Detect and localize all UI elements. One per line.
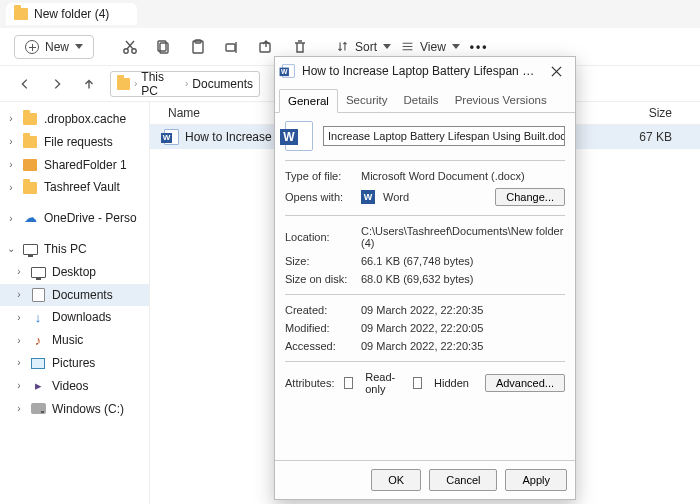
filename-input[interactable]: Increase Laptop Battery Lifespan Using B… xyxy=(323,126,565,146)
hidden-checkbox[interactable] xyxy=(413,377,422,389)
word-file-icon xyxy=(285,121,313,151)
picture-icon xyxy=(31,358,45,369)
type-label: Type of file: xyxy=(285,170,353,182)
dialog-title: How to Increase Laptop Battery Lifespan … xyxy=(302,64,537,78)
new-button[interactable]: New xyxy=(14,35,94,59)
forward-button[interactable] xyxy=(46,73,68,95)
tab-title: New folder (4) xyxy=(34,7,109,21)
type-value: Microsoft Word Document (.docx) xyxy=(361,170,565,182)
readonly-checkbox[interactable] xyxy=(344,377,353,389)
chevron-down-icon xyxy=(383,44,391,49)
tab-details[interactable]: Details xyxy=(395,89,446,112)
size-on-disk-label: Size on disk: xyxy=(285,273,353,285)
cancel-button[interactable]: Cancel xyxy=(429,469,497,491)
breadcrumb[interactable]: › This PC › Documents xyxy=(110,71,260,97)
created-value: 09 March 2022, 22:20:35 xyxy=(361,304,565,316)
view-button[interactable]: View xyxy=(401,40,460,54)
copy-icon[interactable] xyxy=(154,37,174,57)
back-button[interactable] xyxy=(14,73,36,95)
tab-bar: New folder (4) xyxy=(0,0,700,28)
tree-item-windows-c[interactable]: ›Windows (C:) xyxy=(0,398,149,421)
video-icon: ▸ xyxy=(30,379,46,393)
readonly-label: Read-only xyxy=(365,371,401,395)
plus-icon xyxy=(25,40,39,54)
window-tab[interactable]: New folder (4) xyxy=(6,3,137,25)
dialog-buttons: OK Cancel Apply xyxy=(275,460,575,499)
sort-label: Sort xyxy=(355,40,377,54)
tree-item-onedrive[interactable]: ›☁OneDrive - Perso xyxy=(0,207,149,230)
up-button[interactable] xyxy=(78,73,100,95)
column-size[interactable]: Size xyxy=(570,106,700,120)
file-size: 67 KB xyxy=(570,130,700,144)
view-label: View xyxy=(420,40,446,54)
svg-point-0 xyxy=(124,48,128,52)
explorer-window: New folder (4) New Sort View xyxy=(0,0,700,504)
properties-dialog: How to Increase Laptop Battery Lifespan … xyxy=(274,56,576,500)
accessed-value: 09 March 2022, 22:20:35 xyxy=(361,340,565,352)
tree-item-file-requests[interactable]: ›File requests xyxy=(0,131,149,154)
ok-button[interactable]: OK xyxy=(371,469,421,491)
nav-tree: ›.dropbox.cache ›File requests ›SharedFo… xyxy=(0,102,150,504)
tree-item-downloads[interactable]: ›↓Downloads xyxy=(0,306,149,329)
shared-folder-icon xyxy=(23,159,37,171)
accessed-label: Accessed: xyxy=(285,340,353,352)
disk-icon xyxy=(31,403,46,414)
svg-rect-6 xyxy=(226,44,235,51)
tree-item-shared-folder[interactable]: ›SharedFolder 1 xyxy=(0,154,149,177)
more-button[interactable]: ••• xyxy=(470,40,489,54)
breadcrumb-sep: › xyxy=(134,78,137,89)
tree-item-videos[interactable]: ›▸Videos xyxy=(0,375,149,398)
delete-icon[interactable] xyxy=(290,37,310,57)
tree-item-pictures[interactable]: ›Pictures xyxy=(0,352,149,375)
tree-item-desktop[interactable]: ›Desktop xyxy=(0,261,149,284)
sort-button[interactable]: Sort xyxy=(336,40,391,54)
close-button[interactable] xyxy=(543,61,569,81)
apply-button[interactable]: Apply xyxy=(505,469,567,491)
svg-point-1 xyxy=(132,48,136,52)
document-icon xyxy=(32,288,45,302)
music-icon: ♪ xyxy=(30,334,46,348)
tree-item-documents[interactable]: ›Documents xyxy=(0,284,149,307)
folder-icon xyxy=(117,78,130,90)
breadcrumb-sep: › xyxy=(185,78,188,89)
change-button[interactable]: Change... xyxy=(495,188,565,206)
download-icon: ↓ xyxy=(30,311,46,325)
breadcrumb-seg2[interactable]: Documents xyxy=(192,77,253,91)
tree-item-music[interactable]: ›♪Music xyxy=(0,329,149,352)
created-label: Created: xyxy=(285,304,353,316)
advanced-button[interactable]: Advanced... xyxy=(485,374,565,392)
breadcrumb-seg1[interactable]: This PC xyxy=(141,70,181,98)
new-label: New xyxy=(45,40,69,54)
tree-item-tashreef-vault[interactable]: ›Tashreef Vault xyxy=(0,176,149,199)
cut-icon[interactable] xyxy=(120,37,140,57)
cloud-icon: ☁ xyxy=(22,212,38,226)
word-app-icon: W xyxy=(361,190,375,204)
size-value: 66.1 KB (67,748 bytes) xyxy=(361,255,565,267)
dialog-titlebar[interactable]: How to Increase Laptop Battery Lifespan … xyxy=(275,57,575,85)
tree-item-this-pc[interactable]: ⌄This PC xyxy=(0,238,149,261)
share-icon[interactable] xyxy=(256,37,276,57)
modified-value: 09 March 2022, 22:20:05 xyxy=(361,322,565,334)
opens-with-value: Word xyxy=(383,191,409,203)
chevron-down-icon xyxy=(75,44,83,49)
opens-with-label: Opens with: xyxy=(285,191,353,203)
tree-item-dropbox-cache[interactable]: ›.dropbox.cache xyxy=(0,108,149,131)
dialog-tabs: General Security Details Previous Versio… xyxy=(275,89,575,113)
tab-general[interactable]: General xyxy=(279,89,338,113)
rename-icon[interactable] xyxy=(222,37,242,57)
size-on-disk-value: 68.0 KB (69,632 bytes) xyxy=(361,273,565,285)
tab-previous-versions[interactable]: Previous Versions xyxy=(447,89,555,112)
toolbar-actions xyxy=(120,37,310,57)
location-value: C:\Users\Tashreef\Documents\New folder (… xyxy=(361,225,565,249)
paste-icon[interactable] xyxy=(188,37,208,57)
hidden-label: Hidden xyxy=(434,377,469,389)
size-label: Size: xyxy=(285,255,353,267)
word-file-icon xyxy=(282,64,295,78)
dialog-body: Increase Laptop Battery Lifespan Using B… xyxy=(275,113,575,460)
folder-icon xyxy=(14,8,28,20)
attributes-label: Attributes: xyxy=(285,377,336,389)
tab-security[interactable]: Security xyxy=(338,89,396,112)
pc-icon xyxy=(23,244,38,255)
chevron-down-icon xyxy=(452,44,460,49)
location-label: Location: xyxy=(285,231,353,243)
